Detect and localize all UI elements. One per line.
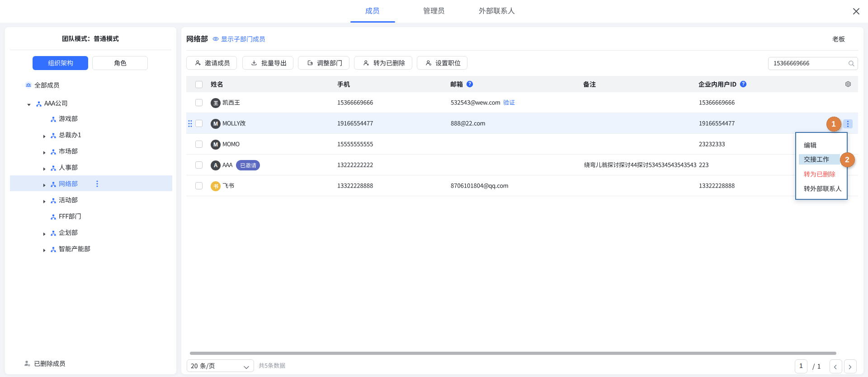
svg-text:?: ?: [468, 81, 471, 86]
svg-text:?: ?: [742, 81, 745, 86]
